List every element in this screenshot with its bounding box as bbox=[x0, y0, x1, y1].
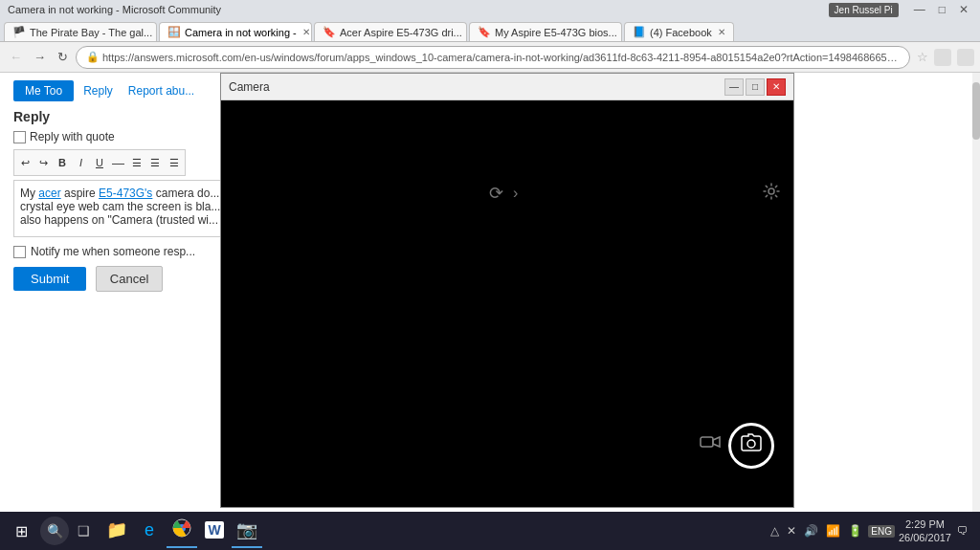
redo-button[interactable]: ↪ bbox=[35, 153, 51, 172]
tray-keyboard-icon[interactable]: ENG bbox=[868, 525, 895, 538]
tab-bar: 🏴 The Pirate Bay - The gal... ✕ 🪟 Camera… bbox=[0, 19, 980, 42]
tab-favicon-facebook: 📘 bbox=[633, 26, 646, 39]
tab-close-facebook[interactable]: ✕ bbox=[718, 27, 725, 37]
tray-expand-icon[interactable]: △ bbox=[768, 524, 781, 538]
editor-text-2: aspire bbox=[61, 187, 99, 200]
camera-close-button[interactable]: ✕ bbox=[767, 78, 786, 96]
address-url: https://answers.microsoft.com/en-us/wind… bbox=[102, 52, 900, 63]
tab-favicon-bios: 🔖 bbox=[478, 26, 491, 39]
tray-date-text: 26/06/2017 bbox=[899, 531, 951, 544]
taskbar: ⊞ 🔍 ❑ 📁 e W 📷 bbox=[0, 512, 980, 550]
tab-close-camera[interactable]: ✕ bbox=[302, 27, 310, 37]
task-view-button[interactable]: ❑ bbox=[69, 517, 98, 545]
taskbar-app-file-explorer[interactable]: 📁 bbox=[101, 514, 132, 548]
tab-facebook[interactable]: 📘 (4) Facebook ✕ bbox=[624, 22, 734, 41]
back-button[interactable]: ← bbox=[6, 48, 26, 66]
strike-button[interactable]: — bbox=[110, 153, 125, 172]
quote-label: Reply with quote bbox=[30, 130, 115, 143]
extension-icon-1[interactable] bbox=[934, 49, 951, 66]
browser-minimize-button[interactable]: — bbox=[910, 3, 929, 16]
forward-button[interactable]: → bbox=[30, 48, 50, 66]
underline-button[interactable]: U bbox=[92, 153, 107, 172]
align-right-button[interactable]: ☰ bbox=[167, 153, 182, 172]
bold-button[interactable]: B bbox=[55, 153, 70, 172]
scrollbar-thumb[interactable] bbox=[972, 82, 980, 140]
taskbar-app-chrome[interactable] bbox=[167, 514, 197, 548]
camera-capture-icon bbox=[740, 433, 763, 459]
taskbar-app-edge[interactable]: e bbox=[134, 514, 165, 548]
extension-icon-2[interactable] bbox=[957, 49, 974, 66]
tray-volume-icon[interactable]: 🔊 bbox=[802, 524, 820, 538]
metoo-button[interactable]: Me Too bbox=[13, 80, 74, 101]
svg-rect-1 bbox=[701, 437, 713, 447]
secure-icon: 🔒 bbox=[86, 51, 100, 63]
scrollbar[interactable] bbox=[972, 73, 980, 519]
start-button[interactable]: ⊞ bbox=[4, 514, 38, 548]
tray-time-text: 2:29 PM bbox=[899, 517, 951, 531]
camera-window-title: Camera bbox=[229, 80, 270, 94]
align-center-button[interactable]: ☰ bbox=[147, 153, 163, 172]
editor-link-acer[interactable]: acer bbox=[38, 187, 60, 200]
editor-link-model[interactable]: E5-473G's bbox=[99, 187, 152, 200]
search-icon: 🔍 bbox=[47, 523, 63, 539]
camera-settings-icon[interactable] bbox=[763, 183, 780, 204]
browser-maximize-button[interactable]: □ bbox=[935, 3, 949, 16]
page-content: Me Too Reply Report abu... Reply Reply w… bbox=[0, 73, 980, 519]
browser-titlebar: Camera in not working - Microsoft Commun… bbox=[0, 0, 980, 19]
camera-titlebar: Camera — □ ✕ bbox=[221, 74, 793, 100]
notify-checkbox[interactable] bbox=[13, 246, 26, 258]
italic-button[interactable]: I bbox=[73, 153, 88, 172]
quote-checkbox[interactable] bbox=[13, 131, 26, 143]
browser-window-controls: Jen Russel Pi — □ ✕ bbox=[829, 3, 972, 17]
task-view-icon: ❑ bbox=[78, 523, 90, 539]
browser-nav: ← → ↻ 🔒 https://answers.microsoft.com/en… bbox=[0, 42, 980, 73]
tray-network-icon[interactable]: 📶 bbox=[824, 524, 842, 538]
tray-notification-icon[interactable]: 🗨 bbox=[955, 524, 970, 538]
start-icon: ⊞ bbox=[15, 522, 28, 540]
editor-text-4: crystal eye web cam the screen is bla... bbox=[20, 200, 220, 213]
tab-label-camera: Camera in not working - bbox=[185, 27, 297, 38]
reply-button[interactable]: Reply bbox=[78, 80, 119, 101]
camera-rotate-icon[interactable]: ⟳ bbox=[489, 183, 503, 204]
submit-button[interactable]: Submit bbox=[13, 267, 86, 291]
camera-video-icon[interactable] bbox=[700, 435, 721, 451]
camera-app-icon: 📷 bbox=[236, 519, 257, 540]
camera-chevron-icon[interactable]: › bbox=[513, 185, 518, 202]
browser-window-title: Camera in not working - Microsoft Commun… bbox=[8, 4, 221, 15]
taskbar-app-word[interactable]: W bbox=[199, 514, 230, 548]
tray-clock[interactable]: 2:29 PM 26/06/2017 bbox=[899, 517, 951, 545]
bookmark-icon[interactable]: ☆ bbox=[917, 50, 928, 64]
tab-camera[interactable]: 🪟 Camera in not working - ✕ bbox=[159, 22, 312, 41]
tab-acer-drivers[interactable]: 🔖 Acer Aspire E5-473G dri... ✕ bbox=[314, 22, 467, 41]
tab-label-pirate: The Pirate Bay - The gal... bbox=[30, 27, 152, 38]
align-left-button[interactable]: ☰ bbox=[129, 153, 145, 172]
file-explorer-icon: 📁 bbox=[106, 519, 127, 540]
address-bar[interactable]: 🔒 https://answers.microsoft.com/en-us/wi… bbox=[76, 46, 910, 69]
camera-body: ⟳ › bbox=[221, 100, 793, 507]
cancel-button[interactable]: Cancel bbox=[96, 266, 163, 292]
tab-acer-bios[interactable]: 🔖 My Aspire E5-473G bios... ✕ bbox=[469, 22, 622, 41]
word-icon: W bbox=[205, 521, 223, 539]
notify-label: Notify me when someone resp... bbox=[31, 245, 195, 258]
search-button[interactable]: 🔍 bbox=[40, 517, 69, 545]
tab-pirate[interactable]: 🏴 The Pirate Bay - The gal... ✕ bbox=[4, 22, 157, 41]
camera-maximize-button[interactable]: □ bbox=[746, 78, 765, 96]
tray-antivirus-icon[interactable]: ✕ bbox=[785, 524, 798, 538]
camera-capture-button[interactable] bbox=[728, 423, 774, 469]
reload-button[interactable]: ↻ bbox=[54, 48, 72, 66]
editor-text-3: camera do... bbox=[152, 187, 219, 200]
svg-point-0 bbox=[768, 188, 774, 194]
tab-favicon-acer: 🔖 bbox=[323, 26, 336, 39]
taskbar-app-camera[interactable]: 📷 bbox=[232, 514, 262, 548]
camera-minimize-button[interactable]: — bbox=[724, 78, 744, 96]
browser-close-button[interactable]: ✕ bbox=[955, 3, 972, 16]
tray-battery-icon[interactable]: 🔋 bbox=[846, 524, 864, 538]
undo-button[interactable]: ↩ bbox=[17, 153, 33, 172]
report-button[interactable]: Report abu... bbox=[122, 80, 200, 101]
camera-window: Camera — □ ✕ ⟳ › bbox=[220, 73, 794, 508]
tab-label-bios: My Aspire E5-473G bios... bbox=[495, 27, 617, 38]
chrome-icon bbox=[172, 518, 191, 542]
editor-toolbar: ↩ ↪ B I U — ☰ ☰ ☰ bbox=[13, 149, 186, 176]
user-badge: Jen Russel Pi bbox=[829, 3, 899, 17]
taskbar-tray: △ ✕ 🔊 📶 🔋 ENG 2:29 PM 26/06/2017 🗨 bbox=[768, 517, 976, 545]
